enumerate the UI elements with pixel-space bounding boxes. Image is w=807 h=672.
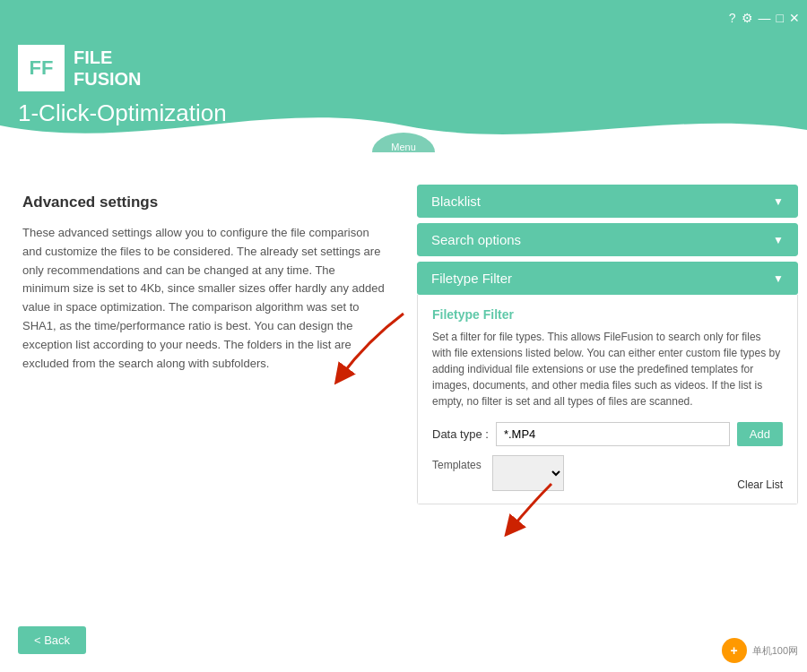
- settings-button[interactable]: ⚙: [742, 11, 753, 25]
- right-panel: Blacklist ▼ Search options ▼ Filetype Fi…: [408, 167, 807, 672]
- close-button[interactable]: ✕: [789, 11, 800, 25]
- templates-label: Templates: [432, 459, 482, 471]
- filetype-filter-chevron-icon: ▼: [773, 272, 784, 285]
- help-button[interactable]: ?: [729, 11, 736, 25]
- logo-text: FILE FUSION: [74, 47, 142, 90]
- data-type-row: Data type : Add: [432, 422, 783, 446]
- blacklist-chevron-icon: ▼: [773, 195, 784, 208]
- logo: FF FILE FUSION: [18, 45, 142, 91]
- main-content: Advanced settings These advanced setting…: [0, 167, 807, 672]
- filetype-filter-header[interactable]: Filetype Filter ▼: [417, 262, 798, 295]
- title-bar: ? ⚙ — □ ✕: [0, 0, 807, 36]
- back-button[interactable]: < Back: [18, 626, 86, 654]
- templates-select[interactable]: [492, 455, 564, 491]
- filter-content-title: Filetype Filter: [432, 307, 783, 322]
- search-options-chevron-icon: ▼: [773, 234, 784, 246]
- add-button[interactable]: Add: [737, 422, 783, 446]
- filetype-filter-content: Filetype Filter Set a filter for file ty…: [417, 295, 798, 504]
- search-options-label: Search options: [431, 232, 521, 247]
- logo-box: FF: [18, 45, 65, 91]
- accordion-blacklist: Blacklist ▼: [417, 185, 798, 218]
- data-type-input[interactable]: [496, 422, 730, 446]
- filetype-filter-label: Filetype Filter: [431, 271, 512, 286]
- section-description: These advanced settings allow you to con…: [22, 224, 386, 373]
- search-options-header[interactable]: Search options ▼: [417, 223, 798, 256]
- blacklist-header[interactable]: Blacklist ▼: [417, 185, 798, 218]
- maximize-button[interactable]: □: [777, 11, 784, 25]
- minimize-button[interactable]: —: [759, 11, 771, 25]
- filter-description: Set a filter for file types. This allows…: [432, 329, 783, 409]
- data-type-label: Data type :: [432, 427, 489, 441]
- blacklist-label: Blacklist: [431, 194, 481, 209]
- window-controls: ? ⚙ — □ ✕: [729, 11, 800, 25]
- accordion-filetype-filter: Filetype Filter ▼ Filetype Filter Set a …: [417, 262, 798, 504]
- menu-button-container: Menu ⌄: [372, 133, 435, 152]
- header: FF FILE FUSION 1-Click-Optimization Menu…: [0, 36, 807, 152]
- watermark-icon: +: [722, 638, 747, 663]
- menu-button[interactable]: Menu ⌄: [372, 133, 435, 152]
- watermark: + 单机100网: [722, 638, 798, 663]
- section-title: Advanced settings: [22, 194, 386, 211]
- accordion-search-options: Search options ▼: [417, 223, 798, 256]
- templates-row: Templates Clear List: [432, 455, 783, 491]
- app-window: ? ⚙ — □ ✕ FF FILE FUSION 1-Click-Optimiz…: [0, 0, 807, 672]
- left-panel: Advanced settings These advanced setting…: [0, 167, 408, 672]
- watermark-site: 单机100网: [752, 644, 798, 658]
- clear-list-button[interactable]: Clear List: [737, 478, 783, 491]
